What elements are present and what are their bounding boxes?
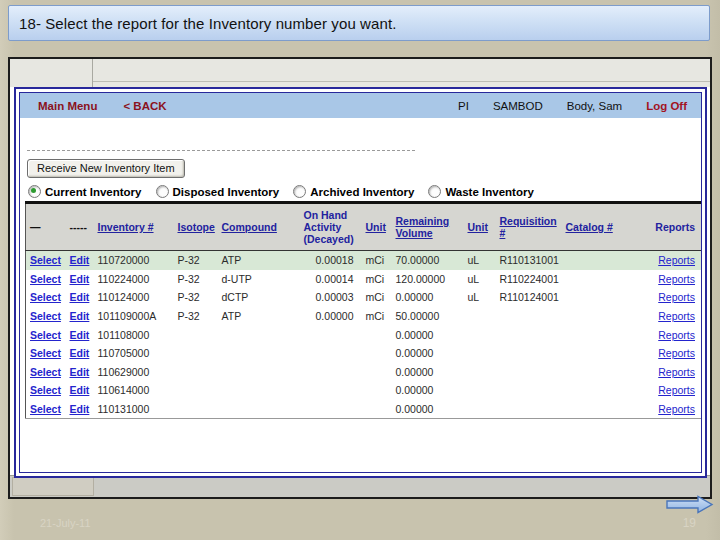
inventory-table: —-----Inventory #IsotopeCompoundOn Hand …: [25, 201, 701, 419]
table-header-row: —-----Inventory #IsotopeCompoundOn Hand …: [26, 203, 702, 251]
reports-link[interactable]: Reports: [658, 329, 695, 341]
unit-cell: mCi: [362, 288, 392, 307]
col-header-catalog-[interactable]: Catalog #: [562, 203, 632, 251]
unit-cell: mCi: [362, 251, 392, 270]
reports-link[interactable]: Reports: [658, 384, 695, 396]
select-link-wrap: Select: [26, 288, 66, 307]
remaining-cell: 0.00000: [392, 363, 464, 382]
compound-cell: [218, 381, 300, 400]
select-link[interactable]: Select: [30, 329, 61, 341]
focus-outline-remnant: [27, 150, 415, 151]
filter-current-inventory[interactable]: Current Inventory: [28, 185, 142, 198]
col-header-unit[interactable]: Unit: [464, 203, 496, 251]
col-header-requisition-[interactable]: Requisition #: [496, 203, 562, 251]
log-off-link[interactable]: Log Off: [646, 100, 687, 112]
edit-link-wrap: Edit: [66, 344, 94, 363]
select-link[interactable]: Select: [30, 403, 61, 415]
nav-link-main-menu[interactable]: Main Menu: [38, 100, 97, 112]
select-link[interactable]: Select: [30, 310, 61, 322]
requisition-cell: R110224001: [496, 270, 562, 289]
edit-link[interactable]: Edit: [70, 254, 90, 266]
table-row: SelectEdit110224000P-32d-UTP0.00014mCi12…: [26, 270, 702, 289]
isotope-cell: [174, 400, 218, 419]
slide-title-bar: 18- Select the report for the Inventory …: [8, 5, 710, 41]
isotope-cell: [174, 381, 218, 400]
reports-link[interactable]: Reports: [658, 310, 695, 322]
col-header-unit[interactable]: Unit: [362, 203, 392, 251]
reports-link[interactable]: Reports: [658, 347, 695, 359]
remaining-cell: 0.00000: [392, 288, 464, 307]
inventory-number: 110705000: [94, 344, 174, 363]
nav-user-item: Body, Sam: [567, 100, 622, 112]
nav-link--back[interactable]: < BACK: [123, 100, 166, 112]
next-slide-arrow-icon[interactable]: [666, 495, 714, 514]
on-hand-cell: 0.00014: [300, 270, 362, 289]
receive-new-inventory-button[interactable]: Receive New Inventory Item: [27, 159, 185, 178]
reports-link[interactable]: Reports: [658, 291, 695, 303]
filter-waste-inventory[interactable]: Waste Inventory: [428, 185, 533, 198]
edit-link[interactable]: Edit: [70, 291, 90, 303]
col-header-remaining-volume[interactable]: Remaining Volume: [392, 203, 464, 251]
inventory-table-body: SelectEdit110720000P-32ATP0.00018mCi70.0…: [26, 251, 702, 419]
col-header-reports: Reports: [632, 203, 702, 251]
col-header--: -----: [66, 203, 94, 251]
col-header-label: Catalog #: [566, 221, 613, 233]
edit-link[interactable]: Edit: [70, 384, 90, 396]
select-link[interactable]: Select: [30, 291, 61, 303]
reports-link[interactable]: Reports: [658, 403, 695, 415]
compound-cell: [218, 325, 300, 344]
col-header-label: Unit: [366, 221, 386, 233]
select-link[interactable]: Select: [30, 384, 61, 396]
unit-cell: uL: [464, 251, 496, 270]
select-link-wrap: Select: [26, 251, 66, 270]
remaining-cell: 0.00000: [392, 344, 464, 363]
on-hand-cell: [300, 400, 362, 419]
edit-link[interactable]: Edit: [70, 273, 90, 285]
remaining-cell: 50.00000: [392, 307, 464, 326]
nav-user-item: PI: [458, 100, 469, 112]
filter-archived-inventory[interactable]: Archived Inventory: [293, 185, 414, 198]
col-header-label: -----: [70, 221, 87, 233]
radio-icon[interactable]: [293, 185, 306, 198]
select-link[interactable]: Select: [30, 366, 61, 378]
remaining-cell: 70.00000: [392, 251, 464, 270]
reports-link[interactable]: Reports: [658, 366, 695, 378]
radio-icon[interactable]: [428, 185, 441, 198]
requisition-cell: [496, 307, 562, 326]
unit-cell: [362, 325, 392, 344]
edit-link[interactable]: Edit: [70, 310, 90, 322]
radio-icon[interactable]: [156, 185, 169, 198]
unit-cell: [362, 400, 392, 419]
edit-link[interactable]: Edit: [70, 403, 90, 415]
filter-label: Waste Inventory: [445, 186, 533, 198]
compound-cell: [218, 363, 300, 382]
select-link[interactable]: Select: [30, 273, 61, 285]
reports-link[interactable]: Reports: [658, 254, 695, 266]
unit-cell: [464, 363, 496, 382]
col-header-label: —: [30, 221, 41, 233]
inventory-filter-radios: Current InventoryDisposed InventoryArchi…: [28, 185, 534, 198]
col-header-label: Compound: [222, 221, 277, 233]
select-link[interactable]: Select: [30, 254, 61, 266]
compound-cell: ATP: [218, 251, 300, 270]
reports-link[interactable]: Reports: [658, 273, 695, 285]
col-header-compound[interactable]: Compound: [218, 203, 300, 251]
col-header-inventory-[interactable]: Inventory #: [94, 203, 174, 251]
col-header-isotope[interactable]: Isotope: [174, 203, 218, 251]
select-link-wrap: Select: [26, 307, 66, 326]
select-link[interactable]: Select: [30, 347, 61, 359]
edit-link[interactable]: Edit: [70, 347, 90, 359]
col-header-label: Reports: [655, 221, 695, 233]
filter-label: Current Inventory: [45, 186, 142, 198]
requisition-cell: R110124001: [496, 288, 562, 307]
edit-link[interactable]: Edit: [70, 366, 90, 378]
remaining-cell: 120.00000: [392, 270, 464, 289]
on-hand-cell: [300, 381, 362, 400]
footer-date: 21-July-11: [40, 517, 91, 529]
inventory-number: 110629000: [94, 363, 174, 382]
radio-icon[interactable]: [28, 185, 41, 198]
filter-disposed-inventory[interactable]: Disposed Inventory: [156, 185, 280, 198]
select-link-wrap: Select: [26, 363, 66, 382]
edit-link[interactable]: Edit: [70, 329, 90, 341]
requisition-cell: [496, 363, 562, 382]
